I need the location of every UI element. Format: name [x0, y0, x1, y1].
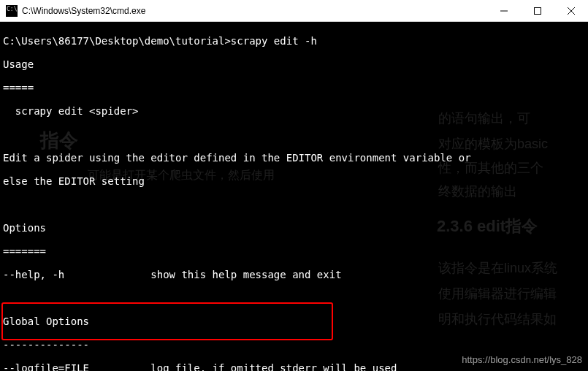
- terminal-line: [3, 199, 585, 210]
- window-title: C:\Windows\System32\cmd.exe: [22, 6, 487, 16]
- terminal-line: Options: [3, 222, 585, 234]
- close-button[interactable]: [554, 0, 588, 21]
- terminal-line: Edit a spider using the editor defined i…: [3, 152, 585, 164]
- terminal-line: =======: [3, 245, 585, 257]
- terminal-line: --help, -h show this help message and ex…: [3, 269, 585, 280]
- close-icon: [568, 7, 575, 15]
- terminal-line: Usage: [3, 58, 585, 70]
- terminal-line: =====: [3, 82, 585, 93]
- terminal-line: [3, 129, 585, 140]
- terminal-line: [3, 292, 585, 304]
- svg-rect-1: [535, 7, 541, 14]
- maximize-button[interactable]: [521, 0, 554, 21]
- maximize-icon: [534, 7, 541, 15]
- terminal-line: --------------: [3, 339, 585, 351]
- window-controls: [487, 0, 588, 21]
- minimize-button[interactable]: [487, 0, 521, 21]
- terminal-line: Global Options: [3, 315, 585, 327]
- terminal-line: else the EDITOR setting: [3, 175, 585, 187]
- titlebar: C:\Windows\System32\cmd.exe: [0, 0, 588, 22]
- minimize-icon: [500, 7, 508, 15]
- terminal-output[interactable]: C:\Users\86177\Desktop\demo\tutorial>scr…: [0, 22, 588, 371]
- terminal-line: --logfile=FILE log file. if omitted stde…: [3, 362, 585, 371]
- terminal-line: C:\Users\86177\Desktop\demo\tutorial>scr…: [3, 35, 585, 47]
- terminal-line: scrapy edit <spider>: [3, 105, 585, 117]
- cmd-icon: [6, 5, 18, 17]
